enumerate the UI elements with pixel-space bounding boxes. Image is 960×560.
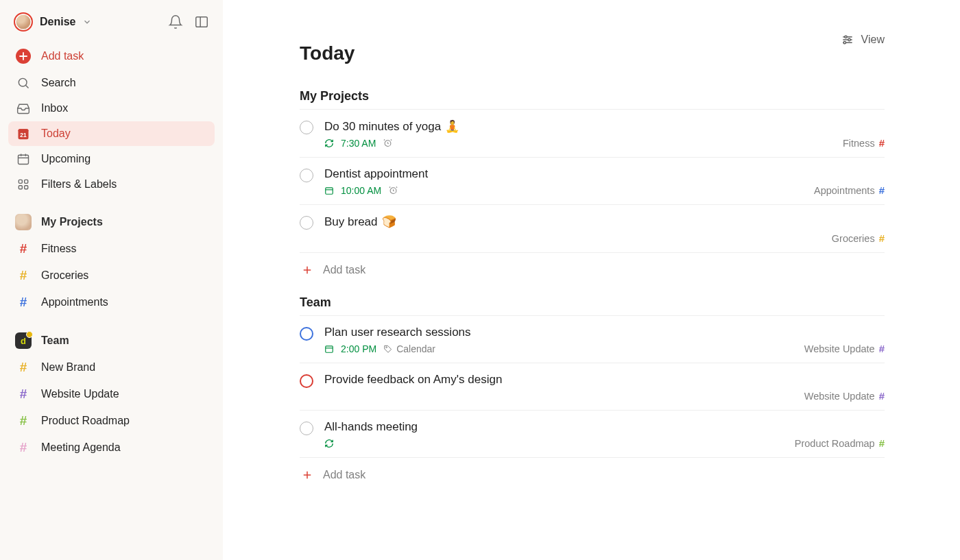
task-body: Provide feedback on Amy's design Website… — [324, 373, 885, 402]
hash-icon: # — [15, 440, 32, 455]
task-project-tag[interactable]: Groceries # — [832, 232, 885, 244]
user-menu-button[interactable]: Denise — [14, 12, 92, 32]
alarm-icon — [383, 138, 393, 148]
task-list: Do 30 minutes of yoga 🧘 7:30 AM — [300, 109, 885, 253]
sidebar-header: Denise — [8, 10, 215, 42]
task-title: Plan user research sessions — [324, 326, 471, 339]
task-title-row: Provide feedback on Amy's design — [324, 373, 885, 387]
task-meta-left: 2:00 PM Calendar — [324, 343, 435, 354]
calendar-today-icon: 21 — [15, 127, 32, 141]
task-time: 10:00 AM — [341, 185, 381, 196]
team-icon: d — [15, 332, 32, 349]
svg-point-30 — [386, 346, 387, 348]
task-label-tag[interactable]: Calendar — [383, 343, 435, 354]
add-task-button[interactable]: Add task — [8, 42, 215, 70]
task-emoji: 🍞 — [382, 215, 396, 229]
nav-label: Search — [41, 77, 76, 89]
hash-icon: # — [15, 387, 32, 402]
nav-label: Today — [41, 127, 71, 140]
search-icon — [15, 76, 32, 90]
section-header-my-projects[interactable]: My Projects — [8, 210, 215, 234]
sidebar-header-actions — [168, 14, 209, 29]
hash-icon: # — [15, 360, 32, 375]
section-title: My Projects — [41, 216, 103, 228]
nav-item-filters[interactable]: Filters & Labels — [8, 172, 215, 197]
nav-item-upcoming[interactable]: Upcoming — [8, 147, 215, 171]
task-checkbox[interactable] — [300, 327, 313, 341]
task-item[interactable]: Buy bread 🍞 Groceries # — [300, 205, 885, 253]
hash-icon: # — [879, 232, 885, 244]
project-item-groceries[interactable]: # Groceries — [8, 263, 215, 289]
task-project-tag[interactable]: Product Roadmap # — [795, 437, 885, 449]
task-project-tag[interactable]: Appointments # — [814, 184, 885, 196]
task-project-tag[interactable]: Website Update # — [804, 390, 885, 402]
project-item-product-roadmap[interactable]: # Product Roadmap — [8, 408, 215, 434]
task-body: Plan user research sessions 2:00 PM Cale… — [324, 326, 885, 354]
task-title-row: Do 30 minutes of yoga 🧘 — [324, 119, 885, 134]
sidebar-toggle-icon[interactable] — [194, 14, 209, 29]
task-title-row: Plan user research sessions — [324, 326, 885, 339]
svg-point-3 — [19, 78, 27, 86]
section-title: Team — [41, 334, 69, 347]
project-item-meeting-agenda[interactable]: # Meeting Agenda — [8, 435, 215, 461]
recurring-icon — [324, 138, 334, 148]
recurring-icon — [324, 439, 334, 448]
task-meta: Product Roadmap # — [324, 437, 885, 449]
task-checkbox[interactable] — [300, 216, 313, 230]
section-title: Team — [300, 295, 885, 310]
project-label: Appointments — [41, 296, 108, 308]
task-title: Dentist appointment — [324, 167, 428, 181]
add-task-row[interactable]: Add task — [300, 458, 885, 500]
nav-item-inbox[interactable]: Inbox — [8, 96, 215, 121]
add-task-label: Add task — [323, 264, 365, 276]
svg-line-4 — [25, 85, 28, 88]
task-title: Buy bread — [324, 215, 378, 229]
project-item-fitness[interactable]: # Fitness — [8, 236, 215, 262]
project-label: Website Update — [41, 388, 119, 400]
project-label: Meeting Agenda — [41, 441, 121, 454]
task-meta: 2:00 PM Calendar Website Update # — [324, 343, 885, 354]
task-checkbox[interactable] — [300, 374, 313, 388]
add-task-label: Add task — [41, 50, 84, 62]
add-task-row[interactable]: Add task — [300, 253, 885, 295]
grid-icon — [15, 178, 32, 191]
hash-icon: # — [15, 241, 32, 256]
project-item-appointments[interactable]: # Appointments — [8, 289, 215, 315]
view-label: View — [861, 34, 885, 46]
nav-label: Upcoming — [41, 153, 91, 165]
task-item[interactable]: Provide feedback on Amy's design Website… — [300, 363, 885, 411]
hash-icon: # — [879, 184, 885, 196]
task-checkbox[interactable] — [300, 169, 313, 182]
nav-item-search[interactable]: Search — [8, 71, 215, 95]
task-item[interactable]: Dentist appointment 10:00 AM Appointment… — [300, 158, 885, 205]
section-header-team[interactable]: d Team — [8, 328, 215, 353]
task-emoji: 🧘 — [445, 119, 459, 134]
hash-icon: # — [15, 295, 32, 310]
folder-avatar-icon — [15, 214, 32, 230]
task-project-tag[interactable]: Website Update # — [804, 343, 885, 354]
project-item-new-brand[interactable]: # New Brand — [8, 354, 215, 380]
task-checkbox[interactable] — [300, 121, 313, 134]
svg-rect-8 — [19, 155, 29, 164]
user-avatar — [14, 12, 33, 32]
svg-rect-12 — [19, 180, 22, 183]
task-item[interactable]: All-hands meeting Product Roadmap # — [300, 411, 885, 458]
svg-rect-28 — [326, 345, 333, 352]
task-meta-left: 10:00 AM — [324, 185, 398, 196]
nav-item-today[interactable]: 21 Today — [8, 121, 215, 146]
project-item-website-update[interactable]: # Website Update — [8, 381, 215, 407]
task-title: Do 30 minutes of yoga — [324, 120, 441, 134]
hash-icon: # — [15, 268, 32, 283]
project-name: Product Roadmap — [795, 438, 875, 449]
task-meta: 7:30 AM Fitness # — [324, 137, 885, 149]
task-project-tag[interactable]: Fitness # — [843, 137, 885, 149]
project-name: Fitness — [843, 138, 875, 149]
notifications-icon[interactable] — [168, 14, 183, 29]
task-item[interactable]: Do 30 minutes of yoga 🧘 7:30 AM — [300, 110, 885, 158]
svg-rect-13 — [25, 180, 28, 183]
task-item[interactable]: Plan user research sessions 2:00 PM Cale… — [300, 316, 885, 363]
user-name: Denise — [40, 16, 75, 28]
project-label: Product Roadmap — [41, 415, 130, 427]
task-checkbox[interactable] — [300, 422, 313, 435]
view-button[interactable]: View — [841, 33, 885, 47]
